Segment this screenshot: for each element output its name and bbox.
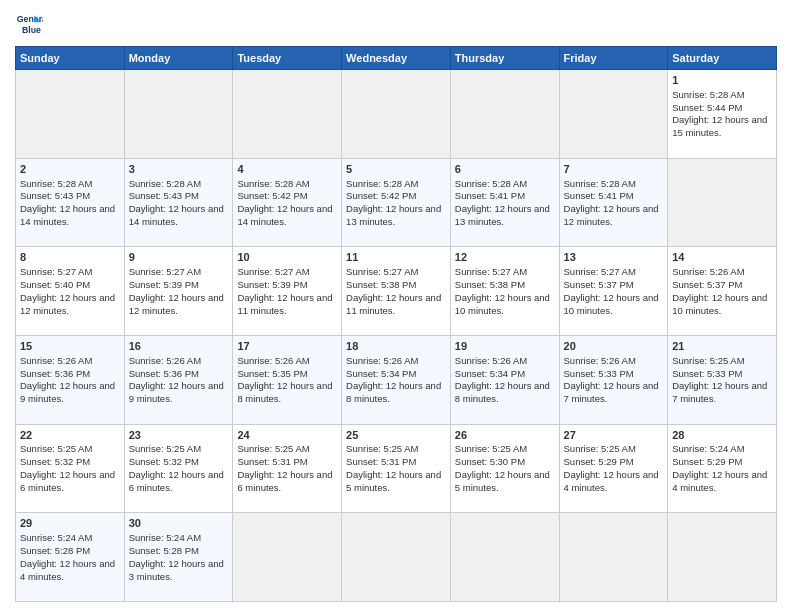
sunset: Sunset: 5:28 PM <box>129 545 199 556</box>
header-row: SundayMondayTuesdayWednesdayThursdayFrid… <box>16 47 777 70</box>
calendar-cell: 16Sunrise: 5:26 AMSunset: 5:36 PMDayligh… <box>124 335 233 424</box>
daylight: Daylight: 12 hours and 15 minutes. <box>672 114 767 138</box>
calendar-cell: 27Sunrise: 5:25 AMSunset: 5:29 PMDayligh… <box>559 424 668 513</box>
header: General Blue <box>15 10 777 38</box>
sunset: Sunset: 5:37 PM <box>672 279 742 290</box>
daylight: Daylight: 12 hours and 12 minutes. <box>129 292 224 316</box>
sunset: Sunset: 5:29 PM <box>564 456 634 467</box>
week-row-4: 15Sunrise: 5:26 AMSunset: 5:36 PMDayligh… <box>16 335 777 424</box>
sunrise: Sunrise: 5:26 AM <box>455 355 527 366</box>
daylight: Daylight: 12 hours and 7 minutes. <box>672 380 767 404</box>
col-header-monday: Monday <box>124 47 233 70</box>
day-number: 22 <box>20 428 120 443</box>
calendar-cell: 14Sunrise: 5:26 AMSunset: 5:37 PMDayligh… <box>668 247 777 336</box>
week-row-6: 29Sunrise: 5:24 AMSunset: 5:28 PMDayligh… <box>16 513 777 602</box>
day-number: 24 <box>237 428 337 443</box>
daylight: Daylight: 12 hours and 8 minutes. <box>237 380 332 404</box>
daylight: Daylight: 12 hours and 3 minutes. <box>129 558 224 582</box>
calendar-cell <box>233 513 342 602</box>
calendar-cell <box>559 513 668 602</box>
day-number: 8 <box>20 250 120 265</box>
sunset: Sunset: 5:36 PM <box>129 368 199 379</box>
sunset: Sunset: 5:39 PM <box>237 279 307 290</box>
day-number: 6 <box>455 162 555 177</box>
daylight: Daylight: 12 hours and 4 minutes. <box>672 469 767 493</box>
daylight: Daylight: 12 hours and 13 minutes. <box>455 203 550 227</box>
sunset: Sunset: 5:33 PM <box>672 368 742 379</box>
sunrise: Sunrise: 5:27 AM <box>564 266 636 277</box>
day-number: 9 <box>129 250 229 265</box>
calendar-cell <box>342 513 451 602</box>
calendar-cell: 22Sunrise: 5:25 AMSunset: 5:32 PMDayligh… <box>16 424 125 513</box>
sunrise: Sunrise: 5:28 AM <box>346 178 418 189</box>
daylight: Daylight: 12 hours and 12 minutes. <box>564 203 659 227</box>
calendar-cell: 21Sunrise: 5:25 AMSunset: 5:33 PMDayligh… <box>668 335 777 424</box>
daylight: Daylight: 12 hours and 11 minutes. <box>346 292 441 316</box>
day-number: 27 <box>564 428 664 443</box>
calendar-cell: 17Sunrise: 5:26 AMSunset: 5:35 PMDayligh… <box>233 335 342 424</box>
page: General Blue SundayMondayTuesdayWednesda… <box>0 0 792 612</box>
sunset: Sunset: 5:42 PM <box>346 190 416 201</box>
daylight: Daylight: 12 hours and 12 minutes. <box>20 292 115 316</box>
calendar-cell: 30Sunrise: 5:24 AMSunset: 5:28 PMDayligh… <box>124 513 233 602</box>
calendar-cell <box>233 70 342 159</box>
day-number: 3 <box>129 162 229 177</box>
sunrise: Sunrise: 5:27 AM <box>129 266 201 277</box>
sunrise: Sunrise: 5:26 AM <box>237 355 309 366</box>
calendar-cell: 23Sunrise: 5:25 AMSunset: 5:32 PMDayligh… <box>124 424 233 513</box>
sunrise: Sunrise: 5:25 AM <box>20 443 92 454</box>
sunrise: Sunrise: 5:28 AM <box>672 89 744 100</box>
sunrise: Sunrise: 5:28 AM <box>455 178 527 189</box>
calendar-cell: 1Sunrise: 5:28 AMSunset: 5:44 PMDaylight… <box>668 70 777 159</box>
day-number: 12 <box>455 250 555 265</box>
calendar-cell <box>668 513 777 602</box>
sunset: Sunset: 5:34 PM <box>455 368 525 379</box>
calendar-cell <box>450 513 559 602</box>
calendar-cell: 26Sunrise: 5:25 AMSunset: 5:30 PMDayligh… <box>450 424 559 513</box>
daylight: Daylight: 12 hours and 5 minutes. <box>346 469 441 493</box>
daylight: Daylight: 12 hours and 6 minutes. <box>129 469 224 493</box>
sunrise: Sunrise: 5:25 AM <box>346 443 418 454</box>
daylight: Daylight: 12 hours and 13 minutes. <box>346 203 441 227</box>
day-number: 10 <box>237 250 337 265</box>
calendar-cell: 3Sunrise: 5:28 AMSunset: 5:43 PMDaylight… <box>124 158 233 247</box>
calendar-cell: 10Sunrise: 5:27 AMSunset: 5:39 PMDayligh… <box>233 247 342 336</box>
day-number: 28 <box>672 428 772 443</box>
daylight: Daylight: 12 hours and 5 minutes. <box>455 469 550 493</box>
calendar-cell: 24Sunrise: 5:25 AMSunset: 5:31 PMDayligh… <box>233 424 342 513</box>
calendar-cell: 20Sunrise: 5:26 AMSunset: 5:33 PMDayligh… <box>559 335 668 424</box>
calendar-cell: 13Sunrise: 5:27 AMSunset: 5:37 PMDayligh… <box>559 247 668 336</box>
day-number: 16 <box>129 339 229 354</box>
sunrise: Sunrise: 5:28 AM <box>129 178 201 189</box>
calendar-cell: 7Sunrise: 5:28 AMSunset: 5:41 PMDaylight… <box>559 158 668 247</box>
daylight: Daylight: 12 hours and 8 minutes. <box>455 380 550 404</box>
sunrise: Sunrise: 5:25 AM <box>672 355 744 366</box>
daylight: Daylight: 12 hours and 6 minutes. <box>20 469 115 493</box>
calendar-cell <box>450 70 559 159</box>
calendar-header: SundayMondayTuesdayWednesdayThursdayFrid… <box>16 47 777 70</box>
sunset: Sunset: 5:43 PM <box>129 190 199 201</box>
sunrise: Sunrise: 5:27 AM <box>455 266 527 277</box>
col-header-thursday: Thursday <box>450 47 559 70</box>
day-number: 4 <box>237 162 337 177</box>
sunset: Sunset: 5:33 PM <box>564 368 634 379</box>
daylight: Daylight: 12 hours and 11 minutes. <box>237 292 332 316</box>
col-header-saturday: Saturday <box>668 47 777 70</box>
sunset: Sunset: 5:29 PM <box>672 456 742 467</box>
day-number: 1 <box>672 73 772 88</box>
logo-icon: General Blue <box>15 10 43 38</box>
sunrise: Sunrise: 5:28 AM <box>237 178 309 189</box>
daylight: Daylight: 12 hours and 6 minutes. <box>237 469 332 493</box>
calendar-cell <box>124 70 233 159</box>
sunset: Sunset: 5:30 PM <box>455 456 525 467</box>
day-number: 20 <box>564 339 664 354</box>
calendar-cell: 25Sunrise: 5:25 AMSunset: 5:31 PMDayligh… <box>342 424 451 513</box>
calendar-cell: 11Sunrise: 5:27 AMSunset: 5:38 PMDayligh… <box>342 247 451 336</box>
col-header-wednesday: Wednesday <box>342 47 451 70</box>
daylight: Daylight: 12 hours and 7 minutes. <box>564 380 659 404</box>
calendar-body: 1Sunrise: 5:28 AMSunset: 5:44 PMDaylight… <box>16 70 777 602</box>
sunset: Sunset: 5:31 PM <box>346 456 416 467</box>
sunrise: Sunrise: 5:27 AM <box>237 266 309 277</box>
sunset: Sunset: 5:39 PM <box>129 279 199 290</box>
sunrise: Sunrise: 5:27 AM <box>346 266 418 277</box>
